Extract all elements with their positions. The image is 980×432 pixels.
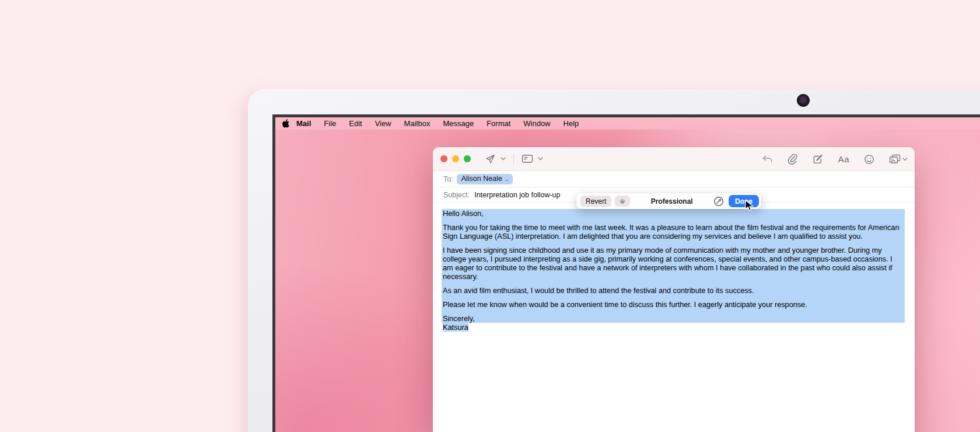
signature-closing: Sincerely, (443, 314, 900, 323)
done-button[interactable]: Done (729, 195, 759, 207)
to-label: To: (443, 175, 453, 183)
send-options-chevron-icon[interactable] (501, 157, 506, 161)
menu-view[interactable]: View (369, 119, 398, 128)
subject-label: Subject: (443, 191, 470, 199)
menu-help[interactable]: Help (557, 119, 586, 128)
imac-camera (797, 94, 810, 107)
menu-message[interactable]: Message (436, 119, 480, 128)
menu-bar: Mail File Edit View Mailbox Message Form… (275, 117, 980, 130)
minimize-button[interactable] (452, 155, 459, 162)
menu-format[interactable]: Format (480, 119, 517, 128)
header-fields-chevron-icon[interactable] (538, 157, 543, 161)
recipient-pill[interactable]: Alison Neale ⌄ (457, 174, 513, 184)
subject-value[interactable]: Interpretation job follow-up (474, 191, 560, 199)
mouse-cursor (745, 200, 754, 214)
markup-icon[interactable] (813, 154, 824, 165)
to-row[interactable]: To: Alison Neale ⌄ (433, 171, 915, 187)
send-icon[interactable] (485, 154, 496, 165)
body-paragraph: Thank you for taking the time to meet wi… (443, 223, 900, 241)
writing-tools-bar: Revert Professional Done (576, 193, 761, 209)
compose-toolbar: Aa (433, 147, 915, 171)
recipient-name: Alison Neale (461, 175, 502, 183)
menu-edit[interactable]: Edit (342, 119, 368, 128)
close-button[interactable] (440, 155, 447, 162)
toolbar-separator (513, 154, 514, 164)
writing-tools-summary-icon[interactable] (615, 196, 630, 207)
attach-icon[interactable] (788, 154, 798, 165)
menu-window[interactable]: Window (517, 119, 556, 128)
body-paragraph: I have been signing since childhood and … (443, 246, 900, 281)
selected-text-block: Hello Alison, Thank you for taking the t… (442, 209, 905, 323)
undo-icon[interactable] (762, 155, 773, 164)
body-paragraph: Please let me know when would be a conve… (443, 300, 900, 309)
menu-mailbox[interactable]: Mailbox (398, 119, 437, 128)
message-body[interactable]: Hello Alison, Thank you for taking the t… (433, 203, 915, 332)
apple-menu-icon[interactable] (282, 119, 290, 128)
photos-chevron-icon[interactable] (902, 158, 908, 161)
revert-button[interactable]: Revert (580, 196, 611, 207)
emoji-icon[interactable] (864, 154, 874, 165)
header-fields-icon[interactable] (522, 154, 533, 163)
signature-name: Katsura (443, 323, 468, 332)
rewrite-icon[interactable] (713, 196, 724, 207)
format-icon[interactable]: Aa (838, 154, 849, 164)
window-controls (440, 155, 471, 162)
menu-file[interactable]: File (317, 119, 342, 128)
compose-window: Aa To: Alison Neale ⌄ Subject: Interpret… (433, 147, 915, 432)
menu-mail[interactable]: Mail (290, 119, 317, 128)
photos-icon[interactable] (889, 154, 901, 164)
body-paragraph: Hello Alison, (443, 209, 900, 218)
zoom-button[interactable] (464, 155, 471, 162)
body-paragraph: As an avid film enthusiast, I would be t… (443, 286, 900, 295)
recipient-chevron-icon[interactable]: ⌄ (505, 176, 509, 182)
style-label: Professional (630, 197, 713, 205)
